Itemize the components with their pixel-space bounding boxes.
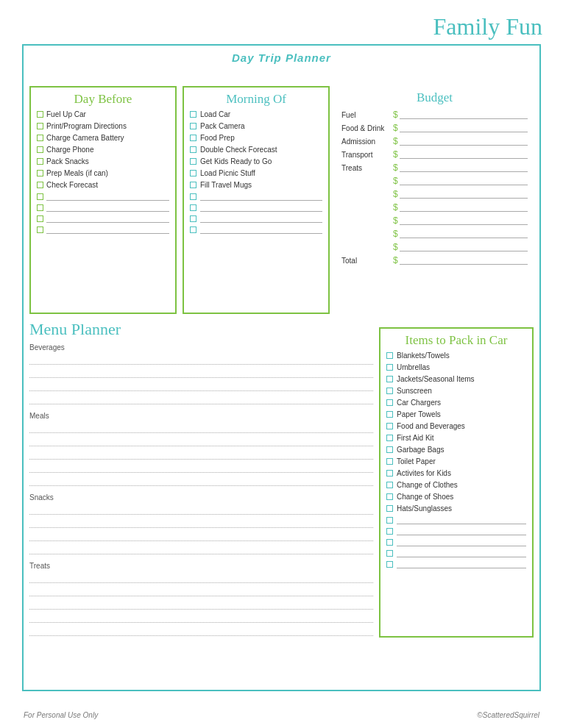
pack-list-item[interactable]: Jackets/Seasonal Items <box>386 374 526 384</box>
checkbox[interactable] <box>386 539 393 546</box>
menu-input-line[interactable] <box>29 435 373 446</box>
list-item[interactable]: Pack Snacks <box>37 157 169 166</box>
list-item[interactable] <box>37 225 169 234</box>
pack-list-item[interactable]: Paper Towels <box>386 410 526 419</box>
list-item[interactable] <box>37 192 169 201</box>
menu-input-line[interactable] <box>29 474 373 486</box>
pack-list-item[interactable]: Activites for Kids <box>386 468 526 478</box>
pack-list-item[interactable]: First Aid Kit <box>386 433 526 443</box>
checkbox[interactable] <box>386 388 393 394</box>
list-item[interactable]: Get Kids Ready to Go <box>190 157 322 166</box>
checkbox[interactable] <box>190 204 196 211</box>
pack-list-item[interactable]: Food and Beverages <box>386 421 526 431</box>
menu-input-line[interactable] <box>29 611 373 623</box>
pack-list-item[interactable]: Blankets/Towels <box>386 351 526 360</box>
list-item[interactable] <box>190 192 322 201</box>
checkbox[interactable] <box>386 470 393 477</box>
checkbox[interactable] <box>386 399 393 406</box>
list-item[interactable]: Prep Meals (if can) <box>37 168 169 178</box>
list-item[interactable] <box>190 203 322 212</box>
checkbox[interactable] <box>37 193 43 200</box>
pack-list-item[interactable] <box>386 515 526 524</box>
checkbox[interactable] <box>386 505 393 512</box>
checkbox[interactable] <box>386 352 393 359</box>
checkbox[interactable] <box>37 170 43 176</box>
checkbox[interactable] <box>37 204 43 211</box>
pack-list-item[interactable]: Garbage Bags <box>386 445 526 454</box>
menu-input-line[interactable] <box>29 543 373 554</box>
menu-input-line[interactable] <box>29 421 373 433</box>
pack-list-item[interactable]: Change of Shoes <box>386 492 526 502</box>
checkbox[interactable] <box>386 411 393 418</box>
list-item[interactable]: Print/Program Directions <box>37 121 169 131</box>
list-item[interactable] <box>190 214 322 223</box>
checkbox[interactable] <box>37 146 43 153</box>
menu-input-line[interactable] <box>29 353 373 365</box>
menu-input-line[interactable] <box>29 448 373 460</box>
menu-input-line[interactable] <box>29 461 373 473</box>
checkbox[interactable] <box>37 215 43 222</box>
list-item[interactable] <box>190 225 322 234</box>
checkbox[interactable] <box>190 193 196 200</box>
menu-input-line[interactable] <box>29 503 373 515</box>
checkbox[interactable] <box>386 550 393 557</box>
checkbox[interactable] <box>190 158 196 165</box>
pack-list-item[interactable]: Car Chargers <box>386 398 526 407</box>
pack-list-item[interactable] <box>386 538 526 546</box>
checkbox[interactable] <box>386 517 393 524</box>
checkbox[interactable] <box>386 423 393 429</box>
menu-input-line[interactable] <box>29 393 373 404</box>
list-item[interactable]: Load Picnic Stuff <box>190 168 322 178</box>
checkbox[interactable] <box>190 226 196 233</box>
checkbox[interactable] <box>386 458 393 465</box>
checkbox[interactable] <box>190 135 196 141</box>
checkbox[interactable] <box>37 158 43 165</box>
menu-input-line[interactable] <box>29 516 373 528</box>
list-item[interactable]: Check Forecast <box>37 180 169 190</box>
pack-list-item[interactable]: Umbrellas <box>386 363 526 372</box>
pack-list-item[interactable]: Hats/Sunglasses <box>386 504 526 513</box>
checkbox[interactable] <box>37 226 43 233</box>
list-item[interactable]: Load Car <box>190 110 322 119</box>
checkbox[interactable] <box>37 182 43 188</box>
checkbox[interactable] <box>190 182 196 188</box>
checkbox[interactable] <box>386 493 393 500</box>
menu-input-line[interactable] <box>29 529 373 541</box>
list-item[interactable]: Food Prep <box>190 133 322 143</box>
list-item[interactable]: Charge Phone <box>37 145 169 154</box>
menu-input-line[interactable] <box>29 585 373 596</box>
checkbox[interactable] <box>386 435 393 441</box>
checkbox[interactable] <box>37 111 43 118</box>
menu-input-line[interactable] <box>29 366 373 378</box>
checkbox[interactable] <box>190 170 196 176</box>
list-item[interactable]: Charge Camera Battery <box>37 133 169 143</box>
checkbox[interactable] <box>190 123 196 129</box>
pack-list-item[interactable]: Toilet Paper <box>386 457 526 466</box>
menu-input-line[interactable] <box>29 379 373 391</box>
list-item[interactable]: Fuel Up Car <box>37 110 169 119</box>
checkbox[interactable] <box>37 123 43 129</box>
checkbox[interactable] <box>386 364 393 371</box>
pack-list-item[interactable]: Sunscreen <box>386 386 526 396</box>
list-item[interactable] <box>37 203 169 212</box>
list-item[interactable]: Fill Travel Mugs <box>190 180 322 190</box>
checkbox[interactable] <box>386 561 393 568</box>
list-item[interactable] <box>37 214 169 223</box>
list-item[interactable]: Pack Camera <box>190 121 322 131</box>
pack-list-item[interactable] <box>386 549 526 557</box>
checkbox[interactable] <box>190 111 196 118</box>
menu-input-line[interactable] <box>29 571 373 583</box>
menu-input-line[interactable] <box>29 624 373 636</box>
menu-input-line[interactable] <box>29 598 373 610</box>
pack-list-item[interactable] <box>386 527 526 535</box>
checkbox[interactable] <box>386 528 393 535</box>
checkbox[interactable] <box>386 482 393 488</box>
list-item[interactable]: Double Check Forecast <box>190 145 322 154</box>
checkbox[interactable] <box>190 146 196 153</box>
checkbox[interactable] <box>190 215 196 222</box>
pack-list-item[interactable] <box>386 560 526 568</box>
pack-list-item[interactable]: Change of Clothes <box>386 480 526 490</box>
checkbox[interactable] <box>386 376 393 382</box>
checkbox[interactable] <box>37 135 43 141</box>
checkbox[interactable] <box>386 446 393 453</box>
